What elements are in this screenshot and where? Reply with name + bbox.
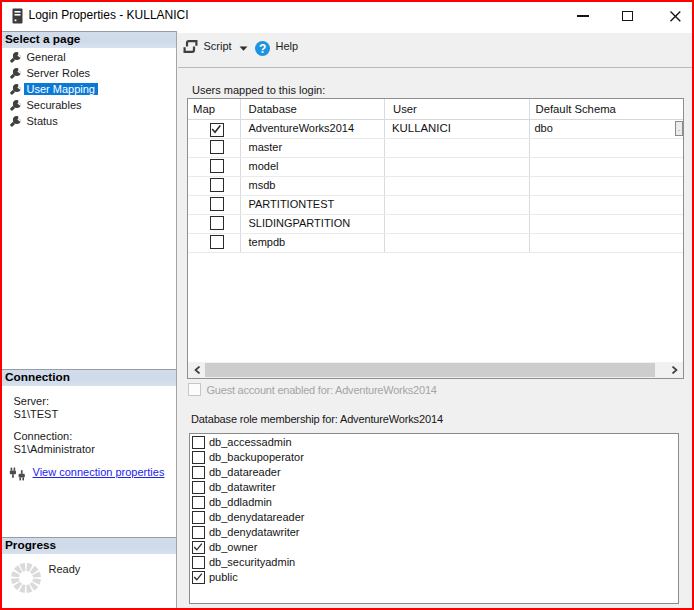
svg-text:?: ? — [259, 42, 266, 56]
